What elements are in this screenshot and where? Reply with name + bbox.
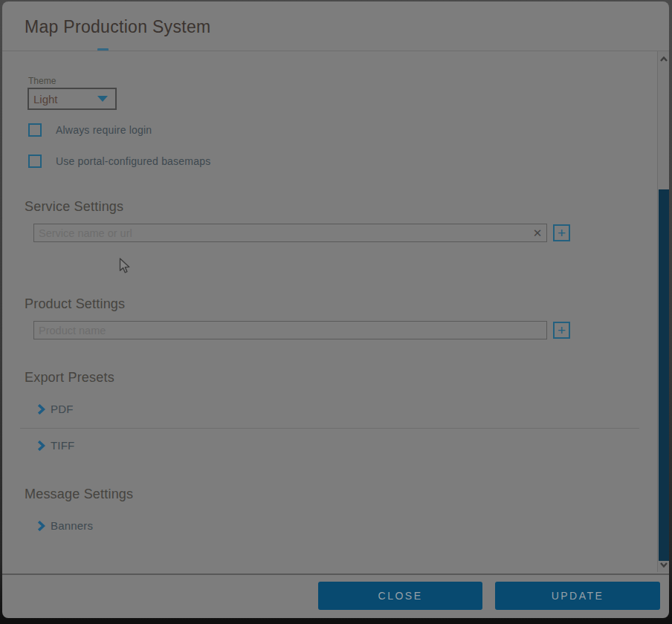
always-require-login-checkbox[interactable]: [28, 123, 42, 137]
chevron-down-icon: [97, 96, 108, 102]
portal-basemaps-label[interactable]: Use portal-configured basemaps: [56, 155, 210, 167]
footer-divider: [2, 573, 669, 575]
chevron-right-icon: [37, 404, 45, 415]
checkbox-row-portal-basemaps: Use portal-configured basemaps: [28, 155, 210, 168]
theme-select[interactable]: Light: [28, 88, 117, 110]
preset-divider: [20, 428, 639, 429]
pdf-preset-expander[interactable]: PDF: [37, 403, 74, 415]
chevron-up-icon: [660, 56, 668, 62]
tiff-preset-label: TIFF: [51, 439, 74, 452]
always-require-login-label[interactable]: Always require login: [56, 124, 152, 136]
product-settings-heading: Product Settings: [25, 296, 125, 312]
theme-label: Theme: [28, 76, 56, 86]
tiff-preset-expander[interactable]: TIFF: [37, 439, 74, 452]
banners-label: Banners: [51, 519, 93, 532]
banners-expander[interactable]: Banners: [37, 519, 93, 532]
pdf-preset-label: PDF: [51, 403, 74, 415]
portal-basemaps-checkbox[interactable]: [28, 155, 42, 168]
chevron-right-icon: [37, 521, 45, 531]
chevron-down-icon: [660, 562, 668, 568]
export-presets-heading: Export Presets: [25, 370, 114, 386]
settings-dialog: Map Production System Theme Light Always…: [2, 1, 669, 618]
scroll-down-button[interactable]: [658, 559, 669, 571]
add-service-button[interactable]: +: [553, 224, 570, 241]
mouse-cursor-icon: [119, 258, 131, 274]
scroll-up-button[interactable]: [658, 53, 669, 65]
vertical-scrollbar[interactable]: [657, 51, 669, 572]
clear-icon[interactable]: ✕: [530, 226, 545, 241]
service-settings-heading: Service Settings: [25, 199, 123, 215]
update-button[interactable]: UPDATE: [495, 582, 660, 610]
checkbox-row-always-require-login: Always require login: [28, 123, 152, 137]
theme-selected-value: Light: [33, 93, 97, 105]
message-settings-heading: Message Settings: [25, 487, 133, 502]
page-title: Map Production System: [25, 17, 210, 37]
header-divider: [2, 51, 669, 51]
close-button[interactable]: CLOSE: [318, 582, 482, 610]
scrollbar-thumb[interactable]: [659, 189, 669, 561]
chevron-right-icon: [37, 441, 45, 451]
product-name-input[interactable]: [33, 321, 547, 339]
service-name-input[interactable]: [33, 224, 547, 242]
add-product-button[interactable]: +: [553, 322, 570, 339]
